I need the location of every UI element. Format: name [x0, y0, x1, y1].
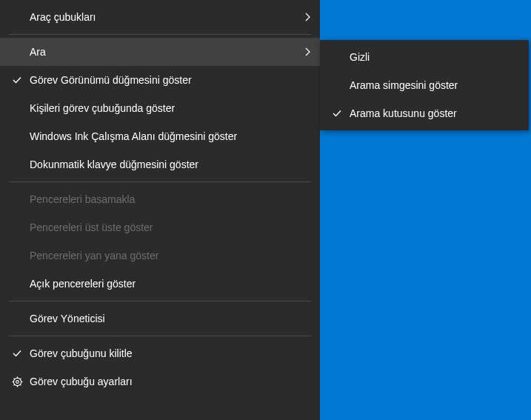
- menu-separator: [9, 301, 311, 301]
- menu-separator: [9, 181, 311, 182]
- chevron-right-icon: [304, 47, 311, 57]
- chevron-right-icon: [304, 12, 311, 22]
- menu-separator: [9, 34, 311, 35]
- search-submenu: Gizli Arama simgesini göster Arama kutus…: [320, 40, 529, 130]
- menu-label: Dokunmatik klavye düğmesini göster: [27, 159, 311, 170]
- gear-icon: [7, 376, 27, 387]
- menu-item-show-ink-workspace[interactable]: Windows Ink Çalışma Alanı düğmesini göst…: [0, 122, 320, 150]
- menu-label: Görev Görünümü düğmesini göster: [27, 74, 311, 86]
- menu-label: Windows Ink Çalışma Alanı düğmesini göst…: [27, 130, 311, 142]
- menu-item-show-people[interactable]: Kişileri görev çubuğunda göster: [0, 94, 320, 122]
- menu-label: Görev çubuğunu kilitle: [27, 347, 311, 359]
- svg-point-1: [16, 380, 19, 383]
- check-icon: [7, 348, 27, 359]
- svg-line-9: [20, 378, 21, 379]
- menu-item-cascade-windows: Pencereleri basamakla: [0, 185, 320, 213]
- menu-label: Ara: [27, 46, 304, 58]
- menu-item-show-open-windows[interactable]: Açık pencereleri göster: [0, 270, 320, 298]
- menu-item-lock-taskbar[interactable]: Görev çubuğunu kilitle: [0, 339, 320, 367]
- menu-label: Görev Yöneticisi: [27, 313, 311, 324]
- menu-label: Görev çubuğu ayarları: [27, 376, 311, 387]
- menu-item-task-manager[interactable]: Görev Yöneticisi: [0, 304, 320, 333]
- menu-label: Pencereleri basamakla: [27, 193, 311, 205]
- menu-label: Gizli: [347, 51, 520, 63]
- menu-item-show-task-view[interactable]: Görev Görünümü düğmesini göster: [0, 66, 320, 94]
- submenu-item-show-search-box[interactable]: Arama kutusunu göster: [320, 99, 529, 127]
- menu-item-toolbars[interactable]: Araç çubukları: [0, 3, 320, 31]
- menu-label: Kişileri görev çubuğunda göster: [27, 102, 311, 114]
- check-icon: [327, 108, 347, 119]
- menu-label: Arama kutusunu göster: [347, 107, 520, 119]
- submenu-item-hidden[interactable]: Gizli: [320, 43, 529, 71]
- menu-item-search[interactable]: Ara: [0, 38, 320, 66]
- menu-separator: [9, 336, 311, 336]
- menu-item-stack-windows: Pencereleri üst üste göster: [0, 213, 320, 241]
- taskbar-context-menu: Araç çubukları Ara Görev Görünümü düğmes…: [0, 0, 320, 420]
- svg-line-8: [13, 384, 14, 385]
- svg-line-7: [20, 384, 21, 385]
- menu-item-show-touch-keyboard[interactable]: Dokunmatik klavye düğmesini göster: [0, 150, 320, 179]
- menu-label: Arama simgesini göster: [347, 79, 520, 91]
- menu-label: Açık pencereleri göster: [27, 278, 311, 290]
- svg-line-6: [13, 378, 14, 379]
- submenu-item-show-search-icon[interactable]: Arama simgesini göster: [320, 71, 529, 99]
- menu-item-taskbar-settings[interactable]: Görev çubuğu ayarları: [0, 367, 320, 396]
- menu-item-side-by-side-windows: Pencereleri yan yana göster: [0, 241, 320, 270]
- svg-point-0: [13, 378, 21, 385]
- menu-label: Araç çubukları: [27, 11, 304, 23]
- check-icon: [7, 75, 27, 85]
- menu-label: Pencereleri yan yana göster: [27, 250, 311, 261]
- menu-label: Pencereleri üst üste göster: [27, 221, 311, 233]
